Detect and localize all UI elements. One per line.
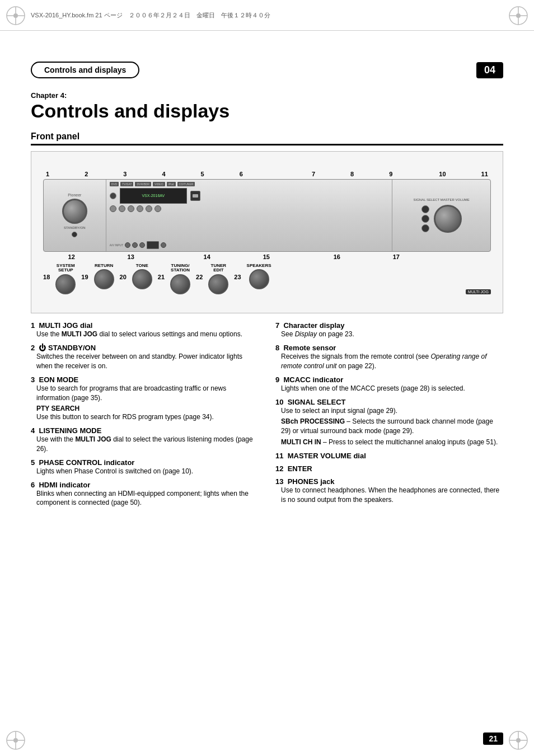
tuning-station-control: TUNING/STATION: [170, 264, 190, 295]
desc-title-6: HDMI indicator: [39, 481, 90, 489]
desc-item-5: 5 PHASE CONTROL indicator Lights when Ph…: [31, 458, 259, 476]
tuning-station-dial: [170, 274, 190, 294]
desc-title-5: PHASE CONTROL indicator: [39, 458, 134, 467]
desc-item-10: 10 SIGNAL SELECT Use to select an input …: [275, 398, 503, 447]
receiver-right-section: SIGNAL SELECT MASTER VOLUME: [392, 180, 490, 251]
chapter-tab-label: Controls and displays: [31, 62, 139, 78]
num-23: 23: [234, 274, 241, 280]
chapter-label: Chapter 4:: [31, 91, 503, 100]
receiver-left-section: Pioneer STANDBY/ON: [44, 180, 106, 251]
desc-item-2: 2 ⏻ STANDBY/ON Switches the receiver bet…: [31, 344, 259, 371]
desc-item-6: 6 HDMI indicator Blinks when connecting …: [31, 481, 259, 508]
return-dial: [94, 269, 114, 289]
desc-item-8: 8 Remote sensor Receives the signals fro…: [275, 344, 503, 371]
num-22: 22: [196, 274, 203, 280]
chapter-tab: Controls and displays 04: [31, 62, 503, 78]
tuner-edit-dial: [208, 274, 228, 294]
desc-num-3: 3: [31, 375, 39, 384]
tone-control: TONE: [132, 264, 152, 290]
corner-decoration-bl: [4, 729, 27, 752]
desc-item-4: 4 LISTENING MODE Use with the MULTI JOG …: [31, 426, 259, 454]
multi-jog-tag-container: MULTI JOG: [466, 289, 491, 294]
desc-title-1: MULTI JOG dial: [39, 321, 92, 330]
num-10: 10: [439, 171, 446, 177]
system-setup-dial: [55, 274, 76, 294]
desc-body-9: Lights when one of the MCACC presets (pa…: [281, 384, 503, 393]
desc-num-6: 6: [31, 481, 39, 489]
receiver-mid-section: DVD TV/SAT DVR/BDR VIDEO iPod CD/TUNER V…: [106, 180, 392, 251]
desc-body-4: Use with the MULTI JOG dial to select th…: [36, 435, 259, 454]
front-panel-diagram: 1 2 3 4 5 6 7 8 9 10 11 Pioneer ST: [31, 151, 503, 313]
num-2: 2: [85, 171, 88, 177]
num-7: 7: [312, 171, 315, 177]
svg-point-19: [516, 738, 521, 743]
multi-jog-dial-icon: [62, 199, 87, 224]
receiver-illustration: Pioneer STANDBY/ON DVD TV/SAT DVR: [43, 179, 491, 252]
desc-body-5: Lights when Phase Control is switched on…: [36, 467, 259, 476]
desc-body-10-multich: MULTI CH IN – Press to select the multic…: [281, 438, 503, 447]
desc-item-7: 7 Character display See Display on page …: [275, 321, 503, 339]
num-14: 14: [204, 253, 210, 260]
desc-sub-title-3: PTY SEARCH: [36, 405, 259, 412]
desc-num-11: 11: [275, 452, 288, 460]
desc-body-10: Use to select an input signal (page 29).: [281, 406, 503, 416]
main-content: Chapter 4: Controls and displays Front p…: [31, 81, 503, 725]
desc-body-3: Use to search for programs that are broa…: [36, 384, 259, 403]
desc-num-5: 5: [31, 458, 39, 467]
descriptions-left-col: 1 MULTI JOG dial Use the MULTI JOG dial …: [31, 321, 259, 512]
desc-num-10: 10: [275, 398, 288, 406]
tone-dial: [132, 269, 152, 289]
return-control: RETURN: [94, 264, 114, 290]
desc-body-10-sbch: SBch PROCESSING – Selects the surround b…: [281, 417, 503, 436]
bottom-controls-row: 18 SYSTEMSETUP 19 RETURN 20 TONE 21 TUNI: [43, 264, 491, 295]
num-15: 15: [263, 253, 270, 260]
num-4: 4: [162, 171, 165, 177]
desc-body-1: Use the MULTI JOG dial to select various…: [36, 330, 259, 339]
desc-num-13: 13: [275, 477, 288, 486]
num-11: 11: [481, 171, 488, 177]
character-display-icon: VSX-2016AV: [120, 188, 187, 204]
desc-num-1: 1: [31, 321, 39, 330]
tuner-edit-control: TUNEREDIT: [208, 264, 228, 295]
desc-item-12: 12 ENTER: [275, 464, 503, 473]
desc-item-13: 13 PHONES jack Use to connect headphones…: [275, 477, 503, 505]
speakers-control: SPEAKERS: [247, 264, 271, 290]
svg-point-13: [13, 738, 18, 743]
speakers-dial: [249, 269, 269, 289]
desc-body-13: Use to connect headphones. When the head…: [281, 486, 503, 505]
desc-title-7: Character display: [283, 321, 344, 330]
descriptions-section: 1 MULTI JOG dial Use the MULTI JOG dial …: [31, 321, 503, 512]
desc-title-11: MASTER VOLUME dial: [288, 452, 366, 460]
front-panel-inner: 1 2 3 4 5 6 7 8 9 10 11 Pioneer ST: [31, 152, 503, 313]
num-19: 19: [81, 274, 88, 280]
desc-title-3: EON MODE: [39, 375, 78, 384]
section-title-front-panel: Front panel: [31, 132, 503, 145]
page-number: 21: [483, 732, 503, 745]
chapter-number: 04: [476, 62, 503, 78]
num-16: 16: [334, 253, 340, 260]
descriptions-right-col: 7 Character display See Display on page …: [275, 321, 503, 512]
chapter-title: Controls and displays: [31, 101, 503, 121]
desc-body-8: Receives the signals from the remote con…: [281, 352, 503, 371]
file-info: VSX-2016_HY.book.fm 21 ページ ２００６年２月２４日 金曜…: [31, 11, 270, 20]
desc-title-2: ⏻ STANDBY/ON: [39, 344, 96, 352]
num-21: 21: [158, 274, 165, 280]
diagram-numbers-top: 1 2 3 4 5 6 7 8 9 10 11: [43, 171, 491, 177]
num-3: 3: [123, 171, 127, 177]
desc-title-13: PHONES jack: [288, 477, 335, 486]
desc-num-2: 2: [31, 344, 39, 352]
num-9: 9: [389, 171, 392, 177]
desc-sub-body-3: Use this button to search for RDS progra…: [36, 412, 259, 422]
desc-item-1: 1 MULTI JOG dial Use the MULTI JOG dial …: [31, 321, 259, 339]
num-17: 17: [393, 253, 400, 260]
desc-num-4: 4: [31, 426, 39, 435]
desc-num-9: 9: [275, 375, 283, 384]
desc-item-9: 9 MCACC indicator Lights when one of the…: [275, 375, 503, 393]
desc-body-2: Switches the receiver between on and sta…: [36, 352, 259, 371]
num-20: 20: [120, 274, 127, 280]
multi-jog-tag: MULTI JOG: [466, 289, 491, 294]
desc-title-9: MCACC indicator: [283, 375, 343, 384]
header-bar: VSX-2016_HY.book.fm 21 ページ ２００６年２月２４日 金曜…: [0, 0, 534, 31]
desc-title-8: Remote sensor: [283, 344, 336, 352]
system-setup-control: SYSTEMSETUP: [55, 264, 76, 295]
